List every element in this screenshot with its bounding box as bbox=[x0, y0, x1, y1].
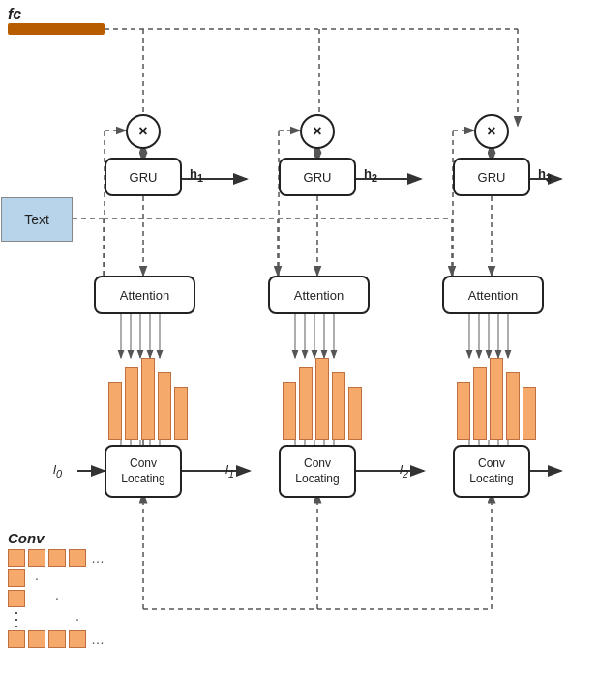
gru-3: GRU bbox=[453, 158, 530, 196]
feat-bar-2-5 bbox=[348, 387, 362, 440]
feat-bar-3-4 bbox=[506, 372, 520, 440]
feature-bars-2 bbox=[283, 358, 362, 440]
feat-bar-1-1 bbox=[108, 382, 122, 440]
feat-bar-1-5 bbox=[174, 387, 188, 440]
conv-locating-2: ConvLocating bbox=[279, 445, 356, 498]
feature-bars-1 bbox=[108, 358, 188, 440]
conv-locating-3-label: ConvLocating bbox=[469, 456, 513, 486]
conv-label: Conv bbox=[8, 530, 45, 546]
gru-2: GRU bbox=[279, 158, 356, 196]
feat-bar-1-4 bbox=[158, 372, 171, 440]
feat-bar-3-5 bbox=[523, 387, 536, 440]
fc-label: fc bbox=[8, 6, 21, 23]
multiply-2: × bbox=[300, 114, 335, 149]
text-input-box: Text bbox=[1, 197, 73, 242]
h1-label: h1 bbox=[190, 166, 203, 184]
feature-bars-3 bbox=[457, 358, 536, 440]
multiply-1: × bbox=[126, 114, 161, 149]
conv-locating-1: ConvLocating bbox=[105, 445, 182, 498]
conv-locating-3: ConvLocating bbox=[453, 445, 530, 498]
gru-2-label: GRU bbox=[304, 170, 332, 185]
feat-bar-3-1 bbox=[457, 382, 470, 440]
conv-grid: … · · ⋮ · … bbox=[8, 549, 106, 648]
feat-bar-1-3 bbox=[141, 358, 155, 440]
attention-2: Attention bbox=[268, 276, 370, 314]
gru-1: GRU bbox=[105, 158, 182, 196]
attention-3: Attention bbox=[442, 276, 544, 314]
attention-1-label: Attention bbox=[120, 288, 169, 303]
feat-bar-2-2 bbox=[299, 367, 313, 440]
gru-3-label: GRU bbox=[478, 170, 506, 185]
h3-label: h3 bbox=[538, 166, 552, 184]
l1-label: l1 bbox=[225, 462, 234, 480]
feat-bar-2-4 bbox=[332, 372, 345, 440]
l2-label: l2 bbox=[400, 462, 408, 480]
feat-bar-3-3 bbox=[490, 358, 503, 440]
attention-2-label: Attention bbox=[294, 288, 344, 303]
feat-bar-2-1 bbox=[283, 382, 296, 440]
conv-locating-2-label: ConvLocating bbox=[295, 456, 339, 486]
feat-bar-1-2 bbox=[125, 367, 138, 440]
text-label: Text bbox=[24, 212, 49, 227]
attention-1: Attention bbox=[94, 276, 195, 314]
fc-bar bbox=[8, 23, 105, 35]
conv-locating-1-label: ConvLocating bbox=[121, 456, 164, 486]
attention-3-label: Attention bbox=[468, 288, 518, 303]
gru-1-label: GRU bbox=[130, 170, 158, 185]
multiply-3: × bbox=[474, 114, 509, 149]
h2-label: h2 bbox=[364, 166, 377, 184]
feat-bar-2-3 bbox=[315, 358, 329, 440]
feat-bar-3-2 bbox=[473, 367, 487, 440]
l0-label: l0 bbox=[53, 462, 62, 480]
